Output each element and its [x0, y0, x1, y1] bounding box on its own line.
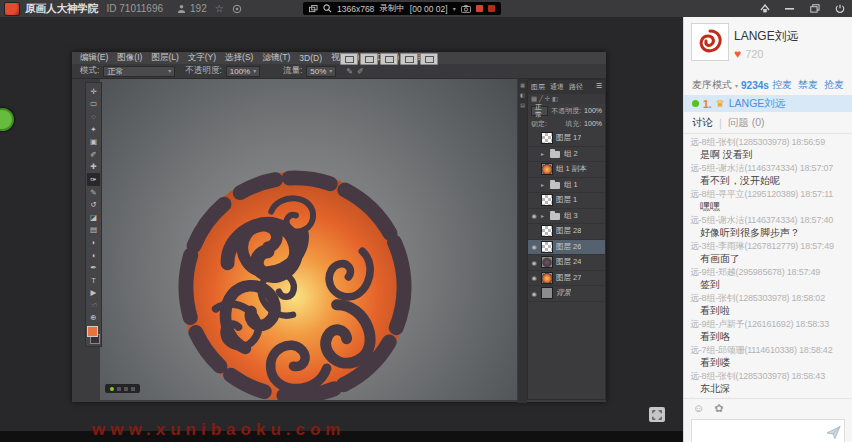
path-selection-tool-icon[interactable]: ▶ [87, 287, 100, 300]
healing-brush-tool-icon[interactable]: ✚ [87, 161, 100, 174]
foreground-color-swatch[interactable] [87, 326, 98, 337]
share-icon[interactable] [232, 4, 242, 14]
layer-visibility-toggle[interactable]: ◉ [530, 274, 538, 281]
mic-grab-link[interactable]: 抢麦 [824, 78, 844, 92]
gift-flower-icon[interactable]: ✿ [714, 402, 723, 415]
recorder-dropdown-icon[interactable]: ▾ [453, 5, 456, 12]
floating-assistant-widget[interactable] [0, 108, 14, 131]
layer-row[interactable]: ◉ 背景 [528, 286, 605, 302]
layer-row[interactable]: ◉ ▸ 组 3 [528, 209, 605, 225]
gradient-tool-icon[interactable]: ▤ [87, 224, 100, 237]
skin-theme-icon[interactable] [758, 3, 771, 14]
layer-row[interactable]: ◉ 图层 28 [528, 224, 605, 240]
panel-menu-icon[interactable]: ☰ [596, 82, 602, 92]
layer-opacity-value[interactable]: 100% [584, 107, 602, 114]
pen-tool-icon[interactable]: ✒ [87, 261, 100, 274]
ps-menu-layer[interactable]: 图层(L) [151, 52, 178, 64]
group-caret-icon[interactable]: ▸ [541, 212, 546, 219]
group-caret-icon[interactable]: ▸ [541, 181, 546, 188]
brush-pressure-icon[interactable]: ✐ [357, 67, 364, 76]
tab-paths[interactable]: 路径 [569, 82, 583, 92]
host-avatar[interactable] [691, 23, 729, 61]
layer-row[interactable]: ◉ 图层 17 [528, 131, 605, 147]
history-brush-tool-icon[interactable]: ↺ [87, 198, 100, 211]
group-caret-icon[interactable]: ▸ [541, 150, 546, 157]
layer-row[interactable]: ◉ 组 1 副本 [528, 162, 605, 178]
mic-control-link[interactable]: 控麦 [772, 78, 792, 92]
like-counter[interactable]: ♥ 720 [734, 47, 763, 61]
capture-toolbar-button[interactable] [340, 53, 358, 65]
camera-icon[interactable] [461, 5, 471, 13]
eyedropper-tool-icon[interactable]: ✐ [87, 148, 100, 161]
brush-pressure-icon[interactable]: ✎ [346, 67, 353, 76]
mic-mode-label[interactable]: 麦序模式 [692, 78, 732, 92]
ps-menu-edit[interactable]: 编辑(E) [80, 52, 108, 64]
capture-toolbar-button[interactable] [420, 53, 438, 65]
opacity-select[interactable]: 100% ▾ [226, 66, 260, 77]
capture-toolbar-button[interactable] [380, 53, 398, 65]
layer-row[interactable]: ◉ 图层 27 [528, 271, 605, 287]
zoom-tool-icon[interactable]: ⊕ [87, 312, 100, 325]
layer-row[interactable]: ◉ ▸ 组 2 [528, 147, 605, 163]
marquee-tool-icon[interactable]: ▭ [87, 98, 100, 111]
collapsed-panels-strip[interactable]: ▦ ◧ ▤ [518, 79, 527, 403]
layer-visibility-toggle[interactable]: ◉ [530, 243, 538, 250]
fill-value[interactable]: 100% [584, 120, 602, 127]
panel-icon[interactable]: ◧ [520, 92, 525, 98]
ps-menu-3d[interactable]: 3D(D) [299, 53, 322, 63]
layer-row[interactable]: ◉ ▸ 组 1 [528, 178, 605, 194]
panel-icon[interactable]: ▦ [520, 82, 525, 88]
flow-select[interactable]: 50% ▾ [306, 66, 336, 77]
tab-discussion[interactable]: 讨论 [692, 116, 713, 130]
favorite-star-icon[interactable]: ☆ [215, 3, 224, 14]
emoji-picker-icon[interactable]: ☺ [693, 402, 704, 415]
chevron-down-icon[interactable]: ▾ [735, 82, 738, 89]
restore-button[interactable] [808, 3, 821, 14]
close-button[interactable] [833, 3, 846, 14]
dodge-tool-icon[interactable]: ◖ [87, 249, 100, 262]
blur-tool-icon[interactable]: ◗ [87, 236, 100, 249]
layer-visibility-toggle[interactable]: ◉ [530, 259, 538, 266]
ps-menu-filter[interactable]: 滤镜(T) [262, 52, 290, 64]
layer-row[interactable]: ◉ 图层 1 [528, 193, 605, 209]
magnifier-icon[interactable] [323, 4, 332, 13]
eraser-tool-icon[interactable]: ◪ [87, 211, 100, 224]
capture-toolbar-button[interactable] [400, 53, 418, 65]
tab-channels[interactable]: 通道 [550, 82, 564, 92]
ps-menu-select[interactable]: 选择(S) [225, 52, 253, 64]
crop-tool-icon[interactable]: ▣ [87, 135, 100, 148]
mic-queue-item[interactable]: 1. ♛ LANGE刘远 [684, 95, 852, 112]
stop-record-button[interactable] [488, 5, 495, 12]
clone-stamp-tool-icon[interactable]: ✎ [87, 186, 100, 199]
move-tool-icon[interactable]: ✛ [87, 85, 100, 98]
mic-mute-link[interactable]: 禁麦 [798, 78, 818, 92]
layer-row[interactable]: ◉ 图层 24 [528, 255, 605, 271]
minimize-button[interactable] [783, 3, 796, 14]
layer-row-selected[interactable]: ◉ 图层 26 [528, 240, 605, 256]
layer-visibility-toggle[interactable]: ◉ [530, 212, 538, 219]
capture-toolbar-button[interactable] [360, 53, 378, 65]
type-tool-icon[interactable]: T [87, 274, 100, 287]
ps-canvas[interactable] [100, 79, 517, 400]
layer-visibility-toggle[interactable]: ◉ [530, 290, 538, 297]
color-swatches[interactable] [87, 326, 100, 344]
brush-tool-icon[interactable]: ✑ [87, 173, 100, 186]
tab-question[interactable]: 问题 (0) [728, 116, 765, 130]
layer-thumbnail [541, 241, 553, 253]
window-capture-icon[interactable] [309, 5, 318, 13]
chat-message-list[interactable]: 远-8组-张钊(1285303978) 18:56:59 是啊 没看到 远-5组… [684, 134, 852, 398]
queue-user-name[interactable]: LANGE刘远 [729, 97, 786, 111]
ps-menu-image[interactable]: 图像(I) [117, 52, 142, 64]
lasso-tool-icon[interactable]: ◌ [87, 110, 100, 123]
recorder-toolbar: 1366x768 录制中 [00 00 02] ▾ [303, 2, 501, 15]
pause-record-button[interactable] [476, 5, 483, 12]
hand-tool-icon[interactable]: ☜ [87, 299, 100, 312]
blend-mode-select[interactable]: 正常 ▾ [103, 66, 175, 77]
heart-icon[interactable]: ♥ [734, 47, 741, 61]
ps-menu-type[interactable]: 文字(Y) [188, 52, 216, 64]
layer-blend-select[interactable]: 正常 [531, 106, 548, 116]
message-meta: 远-8组-张钊(1285303978) 18:58:43 [690, 370, 846, 383]
quick-selection-tool-icon[interactable]: ✦ [87, 123, 100, 136]
tab-layers[interactable]: 图层 [531, 82, 545, 92]
panel-icon[interactable]: ▤ [520, 102, 525, 108]
